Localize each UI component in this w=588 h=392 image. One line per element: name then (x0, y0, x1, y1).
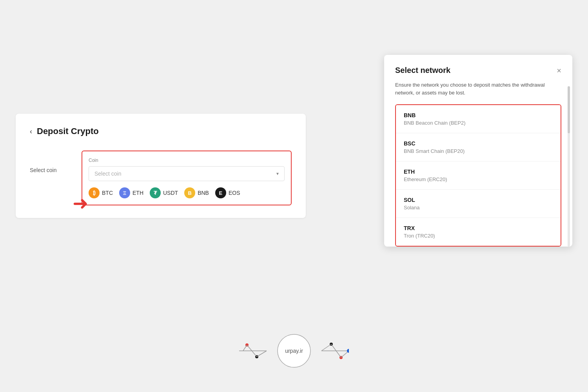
coin-pill-bnb[interactable]: B BNB (184, 187, 209, 198)
deposit-card: ‹ Deposit Crypto Select coin Coin Select… (16, 114, 306, 218)
network-code-eth: ETH (404, 169, 553, 175)
usdt-icon: ₮ (150, 187, 161, 198)
dropdown-arrow-icon: ▾ (276, 171, 279, 176)
network-list: BNB BNB Beacon Chain (BEP2) BSC BNB Smar… (395, 104, 561, 247)
network-item-trx[interactable]: TRX Tron (TRC20) (396, 218, 561, 246)
network-name-sol: Solana (404, 205, 553, 211)
network-panel-title: Select network (395, 66, 450, 75)
coin-dropdown[interactable]: Select coin ▾ (89, 166, 285, 181)
scrollbar-track (568, 86, 570, 247)
network-name-trx: Tron (TRC20) (404, 233, 553, 239)
coin-pill-usdt[interactable]: ₮ USDT (150, 187, 178, 198)
network-code-trx: TRX (404, 225, 553, 231)
coin-pill-btc[interactable]: ₿ BTC (89, 187, 113, 198)
network-item-bsc[interactable]: BSC BNB Smart Chain (BEP20) (396, 133, 561, 162)
coin-pill-eos[interactable]: E EOS (215, 187, 240, 198)
select-coin-label: Select coin (30, 151, 69, 173)
svg-line-5 (257, 351, 267, 357)
eos-icon: E (215, 187, 226, 198)
bnb-icon: B (184, 187, 195, 198)
coin-dropdown-placeholder: Select coin (94, 171, 121, 177)
network-name-eth: Ethereum (ERC20) (404, 176, 553, 182)
btc-icon: ₿ (89, 187, 100, 198)
network-panel-header: Select network × (395, 66, 561, 75)
network-panel: Select network × Ensure the network you … (384, 55, 572, 247)
svg-line-4 (243, 345, 247, 351)
watermark-svg: urpay.ir (239, 333, 349, 368)
watermark: urpay.ir (239, 333, 349, 368)
coin-pill-eth[interactable]: Ξ ETH (119, 187, 143, 198)
scrollbar-thumb (568, 86, 570, 133)
close-button[interactable]: × (557, 67, 561, 74)
btc-label: BTC (102, 190, 113, 196)
eth-label: ETH (132, 190, 143, 196)
network-item-bnb[interactable]: BNB BNB Beacon Chain (BEP2) (396, 105, 561, 133)
select-coin-row: Select coin Coin Select coin ▾ ₿ BTC Ξ E… (30, 151, 292, 205)
bnb-label: BNB (198, 190, 209, 196)
back-button[interactable]: ‹ (30, 127, 32, 136)
network-name-bnb: BNB Beacon Chain (BEP2) (404, 120, 553, 126)
network-name-bsc: BNB Smart Chain (BEP20) (404, 148, 553, 154)
usdt-label: USDT (163, 190, 178, 196)
network-code-sol: SOL (404, 197, 553, 203)
coin-field-label: Coin (89, 158, 285, 163)
network-code-bnb: BNB (404, 112, 553, 118)
svg-line-11 (321, 344, 331, 351)
network-code-bsc: BSC (404, 140, 553, 147)
svg-text:urpay.ir: urpay.ir (285, 348, 303, 354)
scrollbar[interactable] (568, 86, 570, 247)
eth-icon: Ξ (119, 187, 130, 198)
coin-pills: ₿ BTC Ξ ETH ₮ USDT B BNB E EOS (89, 187, 285, 198)
network-warning-text: Ensure the network you choose to deposit… (395, 81, 561, 96)
coin-selector-box: Coin Select coin ▾ ₿ BTC Ξ ETH ₮ USDT (82, 151, 292, 205)
network-item-eth[interactable]: ETH Ethereum (ERC20) (396, 162, 561, 190)
deposit-title: Deposit Crypto (37, 126, 99, 136)
eos-label: EOS (229, 190, 240, 196)
network-item-sol[interactable]: SOL Solana (396, 190, 561, 218)
red-arrow-indicator: ➜ (73, 192, 88, 214)
deposit-header: ‹ Deposit Crypto (30, 126, 292, 136)
